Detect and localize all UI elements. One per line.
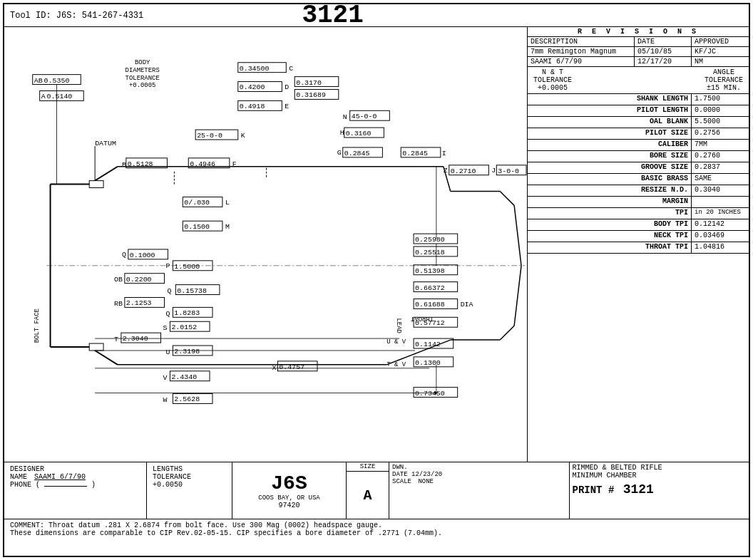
groove-size-value: 0.2837 (692, 162, 749, 173)
tpi-label: TPI (528, 208, 692, 219)
top-mouth (500, 192, 514, 206)
designer-label: DESIGNER (10, 465, 140, 473)
spec-oal-blank: OAL BLANK 5.5000 (528, 117, 749, 128)
spec-basic-brass: BASIC BRASS SAME (528, 174, 749, 185)
resize-nd-label: RESIZE N.D. (528, 185, 692, 196)
rev-date-2: 12/17/20 (635, 57, 692, 66)
comment-block: COMMENT: Throat datum .281 X 2.6874 from… (4, 519, 749, 556)
s-value: 2.0152 (171, 323, 197, 331)
print-value: 3121 (623, 482, 654, 497)
e-top-value: 0.4918 (240, 103, 265, 110)
ab-label: AB (34, 77, 43, 85)
rev-approved-header: APPROVED (692, 37, 749, 46)
lengths-label3: +0.0050 (153, 481, 226, 489)
z-value: 0.2710 (451, 167, 476, 175)
phone-close: ) (91, 481, 96, 489)
title-line2: MINIMUM CHAMBER (573, 472, 747, 479)
basic-brass-label: BASIC BRASS (528, 174, 692, 185)
scale-label: SCALE (392, 478, 411, 485)
footer-logo: J6S COOS BAY, OR USA 97420 (232, 462, 347, 519)
footer-size: SIZE A (347, 462, 389, 519)
datum-label: DATUM (95, 140, 116, 147)
belt-top (89, 181, 103, 188)
d8-value: 0.1300 (415, 359, 441, 367)
shank-length-value: 1.7500 (692, 94, 749, 105)
footer-lengths: LENGTHS TOLERANCE +0.0050 (147, 462, 232, 519)
d7-value: 0.1142 (415, 341, 441, 348)
m-value: 0.1500 (184, 223, 210, 231)
logo-part: 97420 (278, 502, 299, 509)
angle-line1: ANGLE (705, 68, 743, 76)
e-label: E (285, 103, 289, 110)
resize-nd-value: 0.3040 (692, 185, 749, 196)
bot-throat (514, 266, 521, 326)
i-value: 0.2845 (402, 150, 428, 157)
rev-header: DESCRIPTION DATE APPROVED (528, 37, 749, 47)
dwn-label: DWN. (392, 464, 566, 471)
bore-size-value: 0.2760 (692, 151, 749, 162)
m-label: M (225, 223, 230, 231)
pilot-length-value: 0.0000 (692, 105, 749, 116)
spec-throat-tpi: THROAT TPI 1.04816 (528, 242, 749, 254)
shank-length-label: SHANK LENGTH (528, 94, 692, 105)
d5-value: 0.61688 (415, 301, 445, 308)
spec-tpi: TPI in 20 INCHES (528, 208, 749, 219)
right-panel: R E V I S I O N S DESCRIPTION DATE APPRO… (528, 27, 749, 462)
u-value: 2.3198 (174, 348, 200, 356)
tool-id: Tool ID: J6S: 541-267-4331 (10, 11, 143, 21)
uv-label: U & V (386, 338, 406, 346)
nt-line1: N & T (533, 68, 572, 76)
pilot-size-value: 0.2756 (692, 128, 749, 139)
comment-line2: These dimensions are comparable to CIP R… (10, 529, 743, 537)
d3-value: 0.51398 (415, 267, 445, 275)
logo-sub: COOS BAY, OR USA (258, 494, 319, 502)
rev-row-2: SAAMI 6/7/90 12/17/20 NM (528, 57, 749, 66)
d2-value: 0.25518 (415, 249, 445, 256)
rev-desc-2: SAAMI 6/7/90 (528, 57, 635, 66)
v-value: 2.4340 (171, 373, 197, 381)
bore-size-label: BORE SIZE (528, 151, 692, 162)
margin-value (692, 197, 749, 207)
angle-line2: TOLERANCE (705, 76, 743, 84)
l-value: 0/.030 (184, 199, 210, 207)
ab-value: 0.5350 (44, 77, 70, 85)
w-label: W (163, 396, 167, 404)
d9-value: 0.73450 (415, 390, 445, 398)
drawing-area: BODY DIAMETERS TOLERANCE +0.0005 AB 0.53… (4, 27, 528, 462)
name-row: NAME SAAMI 6/7/90 (10, 473, 140, 481)
p-value: 1.5000 (174, 263, 200, 271)
caliber-value: 7MM (692, 140, 749, 150)
rev-desc-1: 7mm Remington Magnum (528, 47, 635, 56)
footer-dwn: DWN. DATE 12/23/20 SCALE NONE (389, 462, 570, 519)
size-label: SIZE (347, 462, 389, 472)
spec-pilot-size: PILOT SIZE 0.2756 (528, 128, 749, 140)
lengths-label2: TOLERANCE (153, 473, 226, 481)
nt-line2: TOLERANCE (533, 76, 572, 84)
rev-approved-2: NM (692, 57, 749, 66)
c-right-value: 0.3170 (296, 79, 322, 87)
spec-neck-tpi: NECK TPI 0.03469 (528, 231, 749, 242)
size-value: A (347, 472, 389, 519)
c-top-value: 0.34500 (240, 65, 270, 73)
logo-main: J6S (271, 472, 307, 494)
revisions-table: R E V I S I O N S DESCRIPTION DATE APPRO… (528, 27, 749, 67)
s-label: S (163, 324, 167, 332)
rb-label: RB (114, 300, 123, 308)
print-label: PRINT # (573, 484, 615, 496)
neck-tpi-value: 0.03469 (692, 231, 749, 242)
j-label: J (491, 167, 496, 175)
throat-label: THROAT (410, 315, 434, 322)
angle-tolerance: ANGLE TOLERANCE ±15 MIN. (705, 68, 743, 92)
a-value: 0.5140 (47, 93, 73, 100)
spec-groove-size: GROOVE SIZE 0.2837 (528, 162, 749, 174)
rq-label: Q (165, 310, 170, 318)
w-value: 2.5628 (174, 395, 200, 403)
g-value: 0.2845 (344, 150, 370, 157)
footer-title-block: DESIGNER NAME SAAMI 6/7/90 PHONE ( ) LEN… (4, 462, 749, 519)
phone-blank (44, 486, 87, 487)
i-label: I (442, 150, 446, 157)
h-label: H (340, 129, 344, 137)
specs-panel: SHANK LENGTH 1.7500 PILOT LENGTH 0.0000 … (528, 94, 749, 462)
q-dim-label: Q (167, 287, 171, 295)
c-label: C (289, 65, 293, 73)
